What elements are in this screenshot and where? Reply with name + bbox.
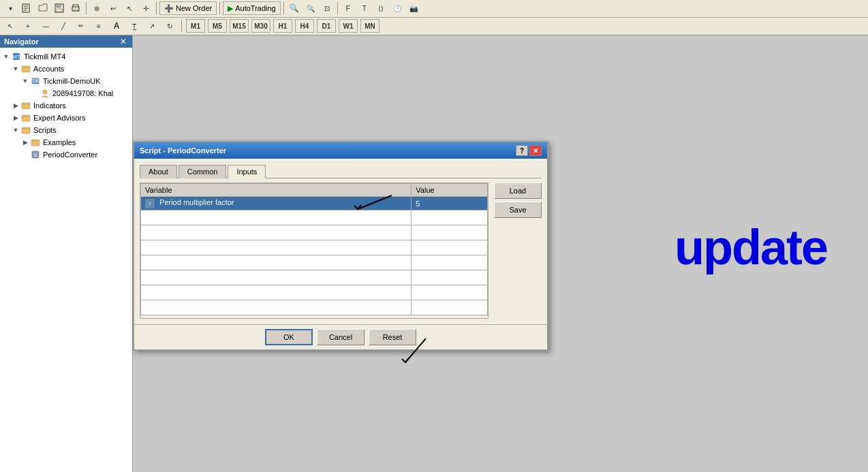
tree-item-tickmill[interactable]: ▼ MT Tickmill MT4 bbox=[1, 50, 131, 63]
tab-inputs[interactable]: Inputs bbox=[228, 165, 266, 178]
label-tickmill: Tickmill MT4 bbox=[24, 52, 65, 61]
ok-btn[interactable]: OK bbox=[265, 329, 313, 345]
navigator-close-btn[interactable]: ✕ bbox=[119, 37, 128, 46]
draw-btn[interactable]: ✏ bbox=[74, 19, 89, 33]
expand-indicators: ▶ bbox=[11, 101, 20, 110]
tree-item-indicators[interactable]: ▶ Indicators bbox=[11, 99, 131, 112]
template-btn[interactable]: T bbox=[357, 1, 372, 15]
label-indicators: Indicators bbox=[33, 101, 66, 110]
chart-area: update Script - PeriodConverter ? ✕ Abou… bbox=[133, 35, 868, 472]
plus-btn[interactable]: + bbox=[20, 19, 35, 33]
menu-btn[interactable]: ▾ bbox=[3, 1, 18, 15]
svg-rect-6 bbox=[57, 9, 62, 12]
new-order-btn[interactable]: ➕ New Order bbox=[159, 1, 217, 15]
expand-demo: ▼ bbox=[20, 76, 30, 86]
crosshair-tool[interactable]: ✛ bbox=[138, 1, 153, 15]
col-variable: Variable bbox=[141, 184, 412, 197]
text-btn[interactable]: A bbox=[109, 19, 124, 33]
arrow-draw-btn[interactable]: ↗ bbox=[144, 19, 159, 33]
indicators-btn[interactable]: ⟨⟩ bbox=[373, 1, 388, 15]
hline-btn[interactable]: ≡ bbox=[91, 19, 106, 33]
navigator-title: Navigator bbox=[4, 37, 39, 46]
reset-btn[interactable]: Reset bbox=[369, 329, 416, 345]
dialog-title-buttons: ? ✕ bbox=[516, 145, 542, 156]
new-order-label: New Order bbox=[176, 4, 212, 12]
cycle-btn[interactable]: ↻ bbox=[162, 19, 177, 33]
icon-ea bbox=[20, 112, 31, 123]
crosshair-btn2[interactable]: ↖ bbox=[3, 19, 18, 33]
arrow-tool[interactable]: ↖ bbox=[122, 1, 137, 15]
icon-indicators bbox=[20, 100, 31, 111]
open-btn[interactable] bbox=[35, 1, 50, 15]
svg-rect-11 bbox=[22, 66, 30, 72]
tree-item-accounts[interactable]: ▼ Accounts bbox=[11, 63, 131, 75]
cell-value[interactable]: 5 bbox=[412, 197, 488, 210]
zoom-in-btn[interactable]: 🔍 bbox=[287, 1, 302, 15]
empty-row-4 bbox=[141, 255, 488, 270]
variable-value: 5 bbox=[416, 200, 420, 208]
table-row[interactable]: i Period multiplier factor 5 bbox=[141, 197, 488, 210]
autotrading-btn[interactable]: ▶ AutoTrading bbox=[223, 1, 281, 15]
inputs-container: Variable Value bbox=[140, 183, 542, 319]
period-m5-btn[interactable]: M5 bbox=[208, 19, 227, 33]
period-h4-btn[interactable]: H4 bbox=[295, 19, 314, 33]
tree-item-examples[interactable]: ▶ Examples bbox=[20, 136, 131, 148]
tree-item-ea[interactable]: ▶ Expert Advisors bbox=[11, 112, 131, 124]
period-m30-btn[interactable]: M30 bbox=[251, 19, 270, 33]
label-btn[interactable]: T̲ bbox=[127, 19, 142, 33]
svg-rect-16 bbox=[22, 115, 30, 121]
diagonal-btn[interactable]: ╱ bbox=[56, 19, 71, 33]
autotrading-label: AutoTrading bbox=[235, 4, 276, 12]
tree-item-scripts[interactable]: ▼ Scripts bbox=[11, 124, 131, 136]
svg-text:DB: DB bbox=[32, 78, 39, 83]
period-m15-btn[interactable]: M15 bbox=[230, 19, 249, 33]
autotrading-icon: ▶ bbox=[228, 4, 233, 13]
fit-btn[interactable]: ⊡ bbox=[320, 1, 335, 15]
period-h1-btn[interactable]: H1 bbox=[273, 19, 292, 33]
empty-row-5 bbox=[141, 270, 488, 285]
label-ea: Expert Advisors bbox=[33, 114, 85, 122]
period-m1-btn[interactable]: M1 bbox=[186, 19, 205, 33]
empty-row-7 bbox=[141, 300, 488, 315]
period-mn-btn[interactable]: MN bbox=[360, 19, 379, 33]
dialog-help-btn[interactable]: ? bbox=[516, 145, 528, 156]
inputs-table: Variable Value bbox=[140, 183, 488, 315]
icon-demo: DB bbox=[30, 76, 41, 86]
tree-item-user[interactable]: ▼ 2089419708: Khal bbox=[30, 87, 131, 99]
icon-accounts bbox=[20, 63, 31, 74]
navigator-header: Navigator ✕ bbox=[0, 35, 132, 48]
chart-prop-btn[interactable]: F bbox=[341, 1, 356, 15]
tab-common[interactable]: Common bbox=[179, 165, 227, 178]
expand-ea: ▶ bbox=[11, 113, 20, 123]
undo-btn[interactable]: ↩ bbox=[106, 1, 121, 15]
toolbar-row2: ↖ + — ╱ ✏ ≡ A T̲ ↗ ↻ M1 M5 M15 M30 H1 H4… bbox=[0, 18, 868, 35]
tree-item-demo[interactable]: ▼ DB Tickmill-DemoUK bbox=[20, 75, 131, 87]
label-demo: Tickmill-DemoUK bbox=[43, 77, 101, 85]
svg-rect-15 bbox=[22, 103, 30, 109]
copy-btn[interactable]: ⊕ bbox=[89, 1, 104, 15]
save-inputs-btn[interactable]: Save bbox=[494, 202, 542, 218]
navigator-panel: Navigator ✕ ▼ MT Tickmill MT4 ▼ Accounts bbox=[0, 35, 133, 472]
label-examples: Examples bbox=[43, 138, 76, 146]
dialog-close-btn[interactable]: ✕ bbox=[529, 145, 542, 156]
period-w1-btn[interactable]: W1 bbox=[339, 19, 358, 33]
main-area: Navigator ✕ ▼ MT Tickmill MT4 ▼ Accounts bbox=[0, 35, 868, 472]
label-scripts: Scripts bbox=[33, 126, 57, 134]
cancel-btn[interactable]: Cancel bbox=[317, 329, 365, 345]
new-chart-btn[interactable] bbox=[19, 1, 34, 15]
icon-user bbox=[40, 88, 50, 99]
separator5 bbox=[337, 2, 338, 14]
zoom-out-btn[interactable]: 🔍 bbox=[303, 1, 318, 15]
period-d1-btn[interactable]: D1 bbox=[317, 19, 336, 33]
tree-item-period-converter[interactable]: ▼ S PeriodConverter bbox=[20, 148, 131, 161]
screenshot-btn[interactable]: 📷 bbox=[406, 1, 421, 15]
line-btn[interactable]: — bbox=[38, 19, 53, 33]
save-btn[interactable] bbox=[52, 1, 67, 15]
load-btn[interactable]: Load bbox=[494, 183, 542, 199]
clock-btn[interactable]: 🕐 bbox=[390, 1, 405, 15]
tab-about[interactable]: About bbox=[140, 165, 177, 178]
cell-variable: i Period multiplier factor bbox=[141, 197, 412, 210]
side-buttons: Load Save bbox=[494, 183, 542, 319]
print-btn[interactable] bbox=[68, 1, 83, 15]
expand-accounts: ▼ bbox=[11, 64, 20, 74]
